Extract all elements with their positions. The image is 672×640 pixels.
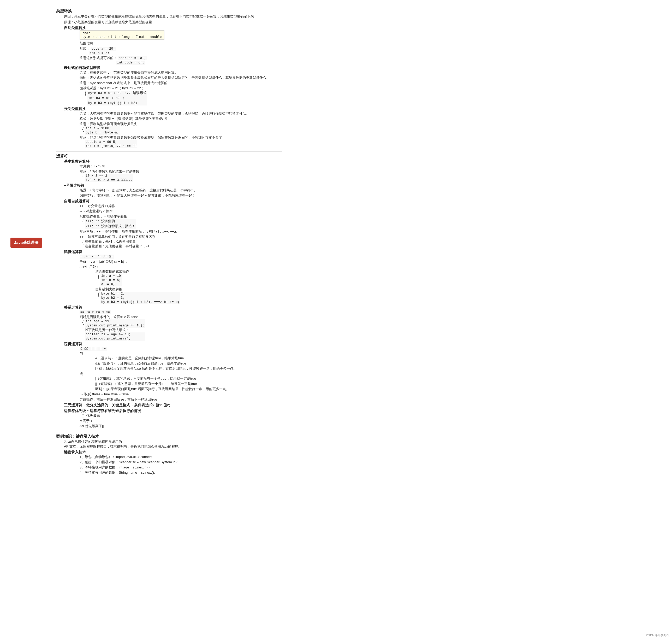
incr-ok: a++; // 没有病的 — [85, 219, 136, 224]
relational-brace: { int age = 19; System.out.println(age >… — [82, 319, 282, 341]
assign-accum-text: 适合做数据的累加操作 — [95, 270, 129, 273]
reason-sub: 原理：小范围类型的变量可以直接赋值给大范围类型的变量 — [64, 20, 282, 25]
ternary-op-label: 三元运算符 ~ 做分支选择的，关键是格式 ~ 条件表达式? 值1: 值2; — [64, 403, 282, 408]
concat-scene-text: 场景：+号与字符串一起运算时，充当连接符，连接后的结果还是一个字符串。 — [79, 188, 197, 192]
divider-1 — [56, 151, 282, 152]
logic-and2-text: &&（短路与）：且的意思，必须前后都是true，结果才是true — [95, 361, 186, 365]
logic-or1-text: |（逻辑或）：或的意思，只要前后有一个是true，结果就一定是true — [95, 377, 196, 380]
assign-usage: a +=b 用处： 适合做数据的累加操作 { int a = 10 int b … — [79, 264, 282, 304]
expr-b3-err: byte b3 = b1 + b2 ；// 错误形式 — [87, 91, 147, 96]
auto-form-code1: byte a = 20; — [91, 47, 116, 51]
assign-usage-cast: 自带强制类型转换 { byte b1 = 2; byte b2 = 3; byt… — [95, 287, 282, 304]
kb-step3-text: 3、等待接收用户的数据：int age = sc.nextInt(); — [79, 465, 151, 469]
basic-arith-note-text: 注意：/ 两个整数相除的结果一定是整数 — [79, 170, 139, 173]
kb-step1-text: 1、导包（自动导包）：import java.util.Scanner; — [79, 455, 152, 459]
relational-symbols: == != > >= < <= — [79, 310, 282, 314]
logic-yu-label: 与 — [79, 351, 83, 355]
central-node: Java基础语法 — [11, 238, 42, 248]
keyboard-tech-label: 键盘录入技术 — [64, 450, 282, 455]
logic-symbols-text: & && | || ! ~ — [79, 347, 107, 351]
forced-brace2: { — [82, 140, 84, 146]
basic-arith-label: 基本算数运算符 — [64, 159, 282, 164]
rel-another: 以下代码是另一种写法形式： — [85, 328, 145, 332]
logic-and1-text: &（逻辑与）：且的意思，必须前后都是true，结果才是true — [95, 356, 184, 360]
concat-op-block: +号做连接符 场景：+号与字符串一起运算时，充当连接符，连接后的结果还是一个字符… — [64, 183, 282, 198]
divider-2 — [56, 432, 282, 432]
assign-byte-b3: byte b3 = (byte)(b1 + b2); ===> b1 += b; — [101, 300, 180, 304]
logic-or-diff-text: 区别：||如果发现前面是true 后面不执行，直接返回结果，性能较好一点，用的更… — [95, 387, 229, 391]
forced-note2-brace: { double a = 99.5; int i = (int)a; // i … — [82, 140, 282, 148]
kb-step3: 3、等待接收用户的数据：int age = sc.nextInt(); — [79, 465, 282, 470]
incr-inner: a++; // 没有病的 2++; // 没有这种形式，报错！ — [85, 219, 136, 229]
auto-note-code1: char ch = 'a'; — [118, 56, 147, 60]
kb-step2-text: 2、创建一个扫描器对象：Scanner sc = new Scanner(Sys… — [79, 460, 177, 464]
concat-skill-text: 识别技巧：能算则算，不能算大家连在一起 ~ 能散则散，不能散就连在一起！ — [79, 193, 195, 198]
expr-auto-meaning-text: 含义：在表达式中，小范围类型的变量会自动提升成大范围运算。 — [79, 71, 178, 74]
forced-byte-b: byte b = (byte)a; — [85, 131, 120, 135]
rel-boolean: boolean rs = age >= 18; — [85, 332, 145, 337]
prec-paren-text: （）优先最高 — [79, 413, 100, 418]
assign-a-plusb: a += b; — [101, 282, 122, 287]
basic-brace: { — [82, 174, 84, 180]
logic-symbols: & && | || ! ~ — [79, 347, 282, 351]
basic-arith-brace: { 10 / 3 == 3 1.0 * 10 / 3 == 3.333... — [82, 174, 282, 182]
assign-equiv-text: 等价于：a = (a的类型) (a + b) ； — [79, 260, 129, 263]
logic-and2: &&（短路与）：且的意思，必须前后都是true，结果才是true — [95, 361, 282, 366]
assign-int-b: int b = 5; — [101, 278, 122, 282]
expr-auto-block: 表达式的自动类型转换 含义：在表达式中，小范围类型的变量会自动提升成大范围运算。… — [64, 66, 282, 105]
incr-note-label: 注意事项：++ -- 单独使用，放在变量前后，没有区别：a++; ++a; — [79, 230, 177, 233]
kb-step1: 1、导包（自动导包）：import java.util.Scanner; — [79, 455, 282, 459]
logic-op-block: 逻辑运算符 & && | || ! ~ 与 &（逻辑与）：且的意思，必须前后都是… — [64, 342, 282, 402]
kb-step4: 4、等待接收用户的数据：String name = sc.next(); — [79, 470, 282, 475]
basic-div-int: 10 / 3 == 3 — [85, 174, 133, 178]
incr-note: 注意事项：++ -- 单独使用，放在变量前后，没有区别：a++; ++a; — [79, 229, 282, 234]
incr-err: 2++; // 没有这种形式，报错！ — [85, 224, 136, 229]
logic-xor-block: 异或操作：前后一样返回false，前后不一样返回true — [79, 397, 282, 402]
assign-symbols: =，+= -= *= /= %= — [79, 254, 282, 259]
expr-auto-meaning: 含义：在表达式中，小范围类型的变量会自动提升成大范围运算。 — [79, 70, 282, 75]
basic-arith-block: 基本算数运算符 常见的：+ - * / % 注意：/ 两个整数相除的结果一定是整… — [64, 159, 282, 182]
forced-inner2: double a = 99.5; int i = (int)a; // i ==… — [85, 140, 137, 148]
rel-age: int age = 19; — [85, 319, 145, 323]
relational-result-text: 判断是否满足条件的，返回true 和 false — [79, 315, 138, 319]
assign-cast-text: 自带强制类型转换 — [95, 287, 122, 291]
expr-int-ok: int b3 = b1 + b2 ； — [87, 96, 147, 101]
logic-xor-text: 异或操作：前后一样返回false，前后不一样返回true — [79, 397, 157, 401]
logic-op-label: 逻辑运算符 — [64, 342, 282, 347]
auto-form-block: 形式： byte a = 20; int b = a; — [79, 46, 282, 55]
assign-byte-b1: byte b1 = 2; — [101, 292, 180, 296]
concat-scene: 场景：+号与字符串一起运算时，充当连接符，连接后的结果还是一个字符串。 — [79, 188, 282, 193]
assign-usage-accum: 适合做数据的累加操作 { int a = 10 int b = 5; a += … — [95, 269, 282, 287]
basic-arith-common-text: 常见的：+ - * / % — [79, 164, 105, 168]
logic-or-diff: 区别：||如果发现前面是true 后面不执行，直接返回结果，性能较好一点，用的更… — [95, 387, 282, 391]
kb-step4-text: 4、等待接收用户的数据：String name = sc.next(); — [79, 470, 155, 475]
decr-minus-text: -- ~ 对变量进行-1操作 — [79, 209, 113, 213]
incr-brace: { — [82, 219, 84, 224]
section-type-conversion: 类型转换 原因：开发中会存在不同类型的变量或者数据赋值给其他类型的变量，也存在不… — [56, 9, 282, 148]
section-title-keyboard: 案例知识：键盘录入技术 — [56, 434, 282, 439]
logic-and-diff-text: 区别：&&如果发现前面是false 后面是不执行，直接返回结果，性能较好一点，用… — [95, 367, 237, 370]
assign-usage-label: a +=b 用处： — [79, 265, 100, 269]
auto-note-code2-text: int code = ch; — [116, 61, 145, 65]
section-operators: 运算符 基本算数运算符 常见的：+ - * / % 注意：/ 两个整数相除的结果… — [56, 154, 282, 428]
expr-auto-brace-block: { byte b3 = b1 + b2 ；// 错误形式 int b3 = b1… — [85, 91, 282, 105]
expr-cast-ok: byte b3 = (byte)(b1 + b2)； — [87, 101, 147, 105]
forced-note1-label: 注意：强制类型转换可能出现数据丢失， — [79, 122, 141, 126]
basic-arith-common: 常见的：+ - * / % — [79, 164, 282, 169]
expr-auto-conclusion-text: 结论：表达式的最终结果数据类型是由表达式在红的最大数据类型决定的，最高数据类型是… — [79, 76, 270, 79]
incr-meaning: ++ ~ 对变量进行+1操作 — [79, 204, 282, 208]
page-container: Java基础语法 类型转换 原因：开发中会存在不同类型的变量或者数据赋值给其他类… — [3, 3, 284, 481]
forced-conversion-block: 强制类型转换 含义：大范围类型的变量或者数据不能直接赋值给小范围类型的变量，否则… — [64, 106, 282, 148]
assign-int-a: int a = 10 — [101, 274, 122, 278]
incr-decr-label: 自增自减运算符 — [64, 199, 282, 204]
auto-conversion-label: 自动类型转换 — [64, 26, 282, 30]
logic-or2-text: ||（短路或）：或的意思，只要前后有一个是true，结果就一定是true — [95, 382, 197, 386]
assign-equiv: 等价于：a = (a的类型) (a + b) ； — [79, 259, 282, 264]
incr-decr-block: 自增自减运算符 ++ ~ 对变量进行+1操作 -- ~ 对变量进行-1操作 只能… — [64, 199, 282, 249]
relational-op-label: 关系运算符 — [64, 305, 282, 310]
expr-auto-inner: byte b3 = b1 + b2 ；// 错误形式 int b3 = b1 +… — [87, 91, 147, 105]
assign-op-block: 赋值运算符 =，+= -= *= /= %= 等价于：a = (a的类型) (a… — [64, 250, 282, 304]
forced-int-a: int a = 1500; — [85, 126, 120, 131]
assign-accum-b: { — [98, 274, 100, 280]
concat-skill: 识别技巧：能算则算，不能算大家连在一起 ~ 能散则散，不能散就连在一起！ — [79, 193, 282, 198]
